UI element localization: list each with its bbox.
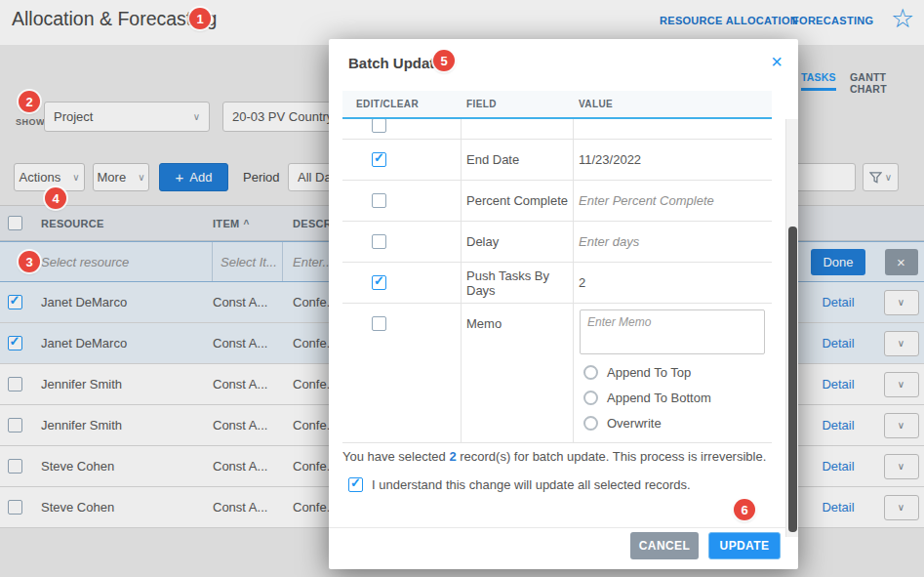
field-checkbox[interactable]: ✓ [372,152,386,167]
batch-field-row: ✓ End Date 11/23/2022 [342,140,772,181]
modal-title: Batch Update [348,55,443,71]
confirm-checkbox[interactable]: ✓ [348,477,363,492]
field-label: End Date [462,140,574,180]
field-label: Percent Complete [462,181,574,221]
memo-option-label: Append To Bottom [607,391,711,405]
field-label: Delay [462,222,574,262]
batch-field-row: ✓ Push Tasks By Days 2 [342,263,772,304]
column-header-field: FIELD [462,99,574,109]
modal-scrollbar-thumb[interactable] [788,227,797,532]
field-value-placeholder[interactable]: Enter days [579,234,639,249]
field-value-placeholder[interactable]: Enter Percent Complete [579,193,714,208]
batch-update-modal: Batch Update × EDIT/CLEAR FIELD VALUE ✓ … [329,39,798,569]
field-checkbox[interactable] [372,234,386,249]
batch-field-row: Delay Enter days [342,222,772,263]
annotation-5: 5 [433,50,455,71]
memo-input[interactable] [580,309,765,354]
screen: Allocation & Forecasting RESOURCE ALLOCA… [0,0,924,577]
check-icon: ✓ [350,475,361,490]
annotation-3: 3 [19,251,40,272]
memo-option-label: Overwrite [607,416,662,431]
selected-count: 2 [449,449,456,464]
field-checkbox[interactable]: ✓ [372,275,386,290]
check-icon: ✓ [374,273,384,288]
confirm-row: ✓ I understand this change will update a… [348,477,691,492]
batch-field-row: Percent Complete Enter Percent Complete [342,181,772,222]
confirm-label: I understand this change will update all… [372,477,691,492]
field-label: Push Tasks By Days [462,263,574,303]
annotation-6: 6 [734,499,755,520]
radio-icon [583,365,598,380]
cancel-button[interactable]: CANCEL [630,532,699,559]
memo-option-overwrite[interactable]: Overwrite [580,416,662,431]
batch-field-row-partial [342,119,772,140]
check-icon: ✓ [374,150,384,165]
memo-option-append-bottom[interactable]: Append To Bottom [580,391,711,405]
update-button[interactable]: UPDATE [708,532,781,559]
radio-icon [583,391,598,405]
field-checkbox[interactable] [372,119,386,133]
modal-scrollbar-track[interactable] [785,119,798,537]
column-header-edit-clear: EDIT/CLEAR [342,99,462,109]
close-icon: × [771,51,783,72]
annotation-1: 1 [189,8,211,29]
field-checkbox[interactable] [372,193,386,208]
footer-divider [329,527,786,528]
selection-summary: You have selected 2 record(s) for batch … [342,449,782,464]
batch-update-table: EDIT/CLEAR FIELD VALUE ✓ End Date 11/23/… [342,91,772,443]
radio-icon [583,416,598,431]
batch-field-row-memo: Memo Append To Top Append To Bottom Over… [342,304,772,443]
memo-option-label: Append To Top [607,365,691,380]
field-value[interactable]: 11/23/2022 [574,140,772,180]
modal-footer: CANCEL UPDATE [630,532,781,559]
modal-close-button[interactable]: × [771,51,783,73]
field-checkbox[interactable] [372,316,386,331]
field-value[interactable]: 2 [574,263,772,303]
batch-table-header: EDIT/CLEAR FIELD VALUE [342,91,772,119]
annotation-4: 4 [45,187,66,209]
memo-option-append-top[interactable]: Append To Top [580,365,691,380]
column-header-value: VALUE [574,99,772,109]
annotation-2: 2 [19,91,40,112]
field-label: Memo [462,304,574,442]
